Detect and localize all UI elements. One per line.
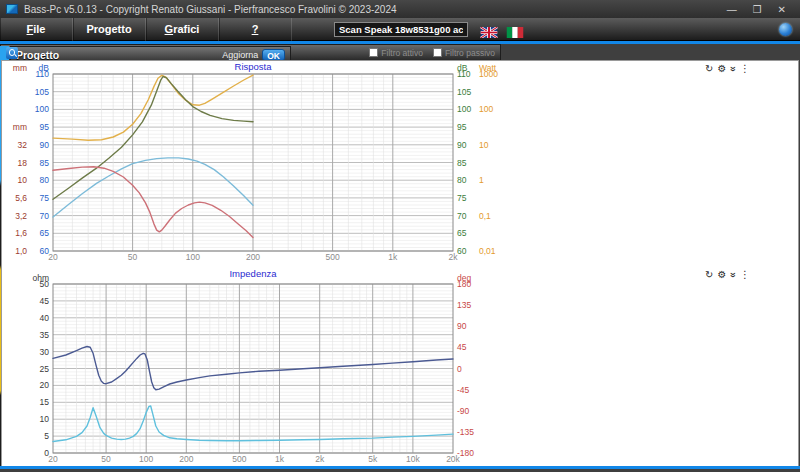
svg-text:110: 110 (457, 69, 471, 79)
svg-text:1000: 1000 (479, 69, 498, 79)
app-icon (6, 4, 18, 14)
grafici-panel: Grafici ↻ Filtro attivo Filtro passivo d… (0, 44, 501, 467)
close-button[interactable]: ✕ (778, 4, 786, 15)
svg-text:-90: -90 (457, 406, 470, 416)
gear-icon[interactable]: ⚙ (717, 269, 726, 281)
svg-text:0: 0 (457, 364, 462, 374)
collapse-icon[interactable]: « (727, 272, 739, 278)
svg-text:2k: 2k (449, 252, 459, 262)
svg-text:20: 20 (48, 454, 58, 464)
svg-text:20: 20 (48, 252, 58, 262)
menu-item-?[interactable]: ? (219, 18, 292, 41)
rotate-icon[interactable]: ↻ (705, 63, 713, 75)
svg-text:0,01: 0,01 (479, 246, 496, 256)
svg-text:1,0: 1,0 (15, 246, 27, 256)
main-area: Progetto Aggiorna OK Carico simmetrico▾ … (0, 44, 800, 469)
svg-text:105: 105 (35, 87, 49, 97)
zoom-search-icon[interactable] (6, 47, 18, 59)
svg-text:Risposta: Risposta (235, 61, 273, 72)
svg-text:85: 85 (40, 158, 50, 168)
svg-text:95: 95 (457, 122, 467, 132)
svg-text:135: 135 (457, 300, 471, 310)
risposta-chart[interactable]: dB1101051009590858075706560mmmm3218105,6… (2, 61, 798, 267)
bottom-accent-line (0, 466, 800, 469)
svg-text:45: 45 (40, 296, 50, 306)
maximize-button[interactable]: ❒ (753, 4, 762, 15)
svg-text:mm: mm (13, 63, 27, 73)
checkbox-icon (433, 48, 442, 57)
menu-item-progetto[interactable]: Progetto (73, 18, 146, 41)
svg-text:65: 65 (457, 228, 467, 238)
filtro-passivo-checkbox[interactable]: Filtro passivo (433, 48, 495, 58)
svg-text:32: 32 (18, 140, 28, 150)
svg-text:80: 80 (40, 175, 50, 185)
gear-icon[interactable]: ⚙ (717, 63, 726, 75)
svg-text:mm: mm (13, 122, 27, 132)
svg-text:5: 5 (44, 431, 49, 441)
svg-text:105: 105 (457, 87, 471, 97)
svg-text:18: 18 (18, 158, 28, 168)
minimize-button[interactable]: — (727, 4, 737, 15)
svg-text:5,6: 5,6 (15, 193, 27, 203)
svg-text:50: 50 (128, 252, 138, 262)
svg-text:60: 60 (457, 246, 467, 256)
svg-text:200: 200 (246, 252, 260, 262)
window-title: Bass-Pc v5.0.13 - Copyright Renato Giuss… (24, 4, 397, 15)
checkbox-icon (369, 48, 378, 57)
filtro-attivo-checkbox[interactable]: Filtro attivo (369, 48, 423, 58)
driver-name-input[interactable] (334, 22, 468, 37)
svg-text:20: 20 (40, 380, 50, 390)
window-controls: — ❒ ✕ (727, 4, 794, 15)
menu-bar: FileProgettoGrafici? (0, 18, 800, 41)
collapse-icon[interactable]: « (727, 66, 739, 72)
svg-text:85: 85 (457, 158, 467, 168)
svg-text:1: 1 (479, 175, 484, 185)
svg-text:10: 10 (479, 140, 489, 150)
svg-text:80: 80 (457, 175, 467, 185)
svg-text:10: 10 (40, 414, 50, 424)
svg-text:500: 500 (326, 252, 340, 262)
svg-text:2k: 2k (315, 454, 325, 464)
svg-text:75: 75 (457, 193, 467, 203)
rotate-icon[interactable]: ↻ (705, 269, 713, 281)
svg-text:95: 95 (40, 122, 50, 132)
svg-text:50: 50 (40, 279, 50, 289)
charts-area: dB1101051009590858075706560mmmm3218105,6… (1, 60, 799, 468)
svg-text:100: 100 (139, 454, 153, 464)
menu-item-file[interactable]: File (0, 18, 73, 41)
svg-text:90: 90 (457, 140, 467, 150)
svg-text:200: 200 (179, 454, 193, 464)
impedenza-chart-toolbar: ↻ ⚙ « ⋮ (705, 269, 750, 281)
svg-text:90: 90 (457, 321, 467, 331)
svg-text:180: 180 (457, 279, 471, 289)
svg-text:70: 70 (457, 211, 467, 221)
menu-dots-icon[interactable]: ⋮ (740, 269, 750, 281)
svg-text:10: 10 (18, 175, 28, 185)
svg-text:1k: 1k (388, 252, 398, 262)
svg-text:100: 100 (35, 104, 49, 114)
svg-text:110: 110 (35, 69, 49, 79)
filtro-passivo-label: Filtro passivo (445, 48, 495, 58)
risposta-chart-toolbar: ↻ ⚙ « ⋮ (705, 63, 750, 75)
menu-dots-icon[interactable]: ⋮ (740, 63, 750, 75)
svg-text:50: 50 (101, 454, 111, 464)
menu-item-grafici[interactable]: Grafici (146, 18, 219, 41)
italy-flag-icon[interactable] (506, 24, 524, 35)
svg-text:30: 30 (40, 347, 50, 357)
svg-text:40: 40 (40, 313, 50, 323)
app-window: Bass-Pc v5.0.13 - Copyright Renato Giuss… (0, 0, 800, 472)
svg-text:25: 25 (40, 364, 50, 374)
globe-icon[interactable] (779, 23, 792, 36)
svg-text:100: 100 (457, 104, 471, 114)
uk-flag-icon[interactable] (480, 24, 498, 35)
svg-text:100: 100 (479, 104, 493, 114)
svg-text:10k: 10k (406, 454, 420, 464)
svg-text:65: 65 (40, 228, 50, 238)
impedenza-chart[interactable]: ohm50454035302520151050deg18013590450-45… (2, 267, 798, 472)
svg-text:500: 500 (232, 454, 246, 464)
svg-text:100: 100 (186, 252, 200, 262)
svg-text:20k: 20k (446, 454, 460, 464)
svg-text:1k: 1k (275, 454, 285, 464)
progetto-aggiorna-label: Aggiorna (222, 50, 258, 60)
svg-text:5k: 5k (368, 454, 378, 464)
